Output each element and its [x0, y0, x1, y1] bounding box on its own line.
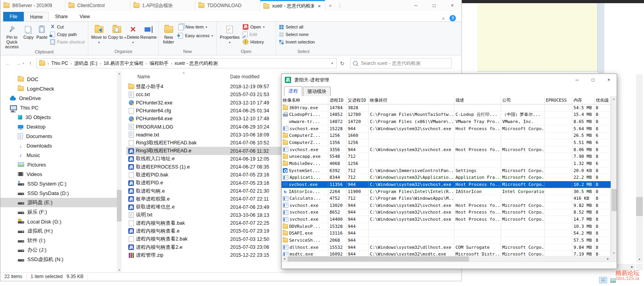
sidebar-item[interactable]: Documents: [0, 131, 117, 141]
sidebar-item[interactable]: OneDrive: [0, 93, 117, 103]
minimize-icon[interactable]: ─: [407, 1, 425, 10]
breadcrumb-item[interactable]: 源码盘 (E:): [72, 60, 99, 67]
process-column-header[interactable]: 父进程ID: [347, 96, 369, 104]
sidebar-item[interactable]: 软件 (I:): [0, 236, 117, 245]
column-header-name[interactable]: Name: [137, 74, 150, 80]
copy-to-button[interactable]: Copy to ▾: [108, 23, 126, 49]
process-vscrollbar[interactable]: ▲ ▼: [611, 96, 617, 256]
file-row[interactable]: 进程内核句柄查看2.bak2015-07-03 12:50: [126, 235, 282, 243]
search-input[interactable]: [360, 60, 449, 66]
file-row[interactable]: 说明.txt2013-10-06 18:13: [126, 211, 282, 219]
close-tab-icon[interactable]: ×: [317, 3, 322, 9]
scroll-left-icon[interactable]: ◀: [282, 256, 287, 262]
process-row[interactable]: svchost.exe8652944C:\Windows\system32\sv…: [282, 209, 611, 216]
process-column-header[interactable]: 描述: [454, 96, 501, 104]
explorer-tab[interactable]: TDDOWNLOAD: [195, 0, 260, 11]
breadcrumb[interactable]: › This PC›源码盘 (E:)›18.易语言中文编程›编程助手›xuetr…: [36, 58, 337, 68]
sidebar-scroll-thumb[interactable]: [117, 190, 122, 222]
minimize-icon[interactable]: ─: [569, 74, 585, 86]
breadcrumb-item[interactable]: 编程助手: [148, 60, 170, 67]
process-row[interactable]: svchost.exe3356944C:\Windows\system32\sv…: [282, 146, 611, 153]
process-vscroll-thumb[interactable]: [612, 189, 617, 211]
file-row[interactable]: 取线程入口地址.e2014-06-19 12:05: [126, 155, 282, 163]
sidebar-scrollbar[interactable]: ▲ ▼: [117, 71, 122, 273]
file-row[interactable]: ccc.txt2015-07-03 21:53: [126, 91, 282, 98]
collapse-ribbon-icon[interactable]: ∧: [442, 16, 445, 21]
file-row[interactable]: 取进程PID.e2014-07-05 23:16: [126, 179, 282, 187]
edit-button[interactable]: Edit: [243, 31, 265, 38]
process-row[interactable]: 360tray.exe14784382854.5 MB8: [282, 104, 611, 112]
scroll-up-icon[interactable]: ▲: [611, 96, 617, 102]
file-row[interactable]: 取进程句柄.e2014-07-02 21:30: [126, 187, 282, 195]
process-window-titlebar[interactable]: 易 萧阳天-进程管理 ─ □ ×: [282, 74, 617, 86]
select-all-button[interactable]: Select all: [279, 24, 315, 30]
copy-button[interactable]: Copy: [22, 23, 35, 49]
file-row[interactable]: PCHunter32.exe2013-12-10 17:49: [126, 99, 282, 107]
file-row[interactable]: PROGRAM.LOG2014-06-29 10:24: [126, 123, 282, 131]
process-row[interactable]: CLodopPri...1485212780C:\Program Files\M…: [282, 112, 611, 119]
sidebar-item[interactable]: This PC: [0, 103, 117, 112]
process-row[interactable]: dllhost.exe15532944C:\Windows\system32\d…: [282, 244, 611, 251]
ribbon-tab-home[interactable]: Home: [24, 12, 49, 21]
scroll-down-icon[interactable]: ▼: [611, 250, 617, 256]
process-row[interactable]: SystemSet...6392712C:\Windows\ImmersiveC…: [282, 167, 611, 174]
process-row[interactable]: Applicati...8344712C:\Windows\system32\A…: [282, 174, 611, 181]
sidebar-item[interactable]: 虚拟机 (H:): [0, 226, 117, 236]
delete-button[interactable]: × Delete▾: [126, 23, 140, 49]
file-row[interactable]: 进程管理.zip2015-12-22 23:15: [126, 251, 282, 259]
process-column-header[interactable]: 映像路径: [369, 96, 454, 104]
process-column-header[interactable]: 内存: [572, 96, 594, 104]
scroll-up-icon[interactable]: ▲: [117, 71, 122, 76]
move-to-button[interactable]: Move to ▾: [90, 23, 108, 49]
sidebar-item[interactable]: 办公 (J:): [0, 245, 117, 255]
process-column-header[interactable]: 公司: [501, 96, 545, 104]
process-column-header[interactable]: 映像名称: [282, 96, 328, 104]
process-row[interactable]: ComputerZ...1256166026.5 MB6: [282, 133, 611, 140]
process-column-header[interactable]: EPROCESS: [545, 96, 572, 104]
new-item-button[interactable]: New item▾: [178, 24, 213, 30]
process-tab[interactable]: 进程: [284, 86, 302, 96]
easy-access-button[interactable]: Easy access▾: [178, 32, 213, 39]
properties-button[interactable]: Properties▾: [218, 23, 241, 49]
explorer-tab[interactable]: ClientControl: [65, 0, 130, 11]
scroll-right-icon[interactable]: ▶: [605, 256, 611, 262]
rename-button[interactable]: Rename: [140, 23, 157, 49]
file-row[interactable]: 进程内核句柄查看2.e2015-07-03 23:06: [126, 243, 282, 251]
sidebar-item[interactable]: SSD虚拟机 (N:): [0, 255, 117, 264]
file-row[interactable]: 获取进程堆信息.e2014-07-06 23:49: [126, 203, 282, 211]
sidebar-item[interactable]: SSD SysData (D:): [0, 188, 117, 198]
process-row[interactable]: msdtc.exe16092944C:\Windows\system32\msd…: [282, 251, 611, 256]
background-vscroll-thumb[interactable]: [636, 197, 643, 216]
sidebar-item[interactable]: Music: [0, 150, 117, 160]
history-button[interactable]: History: [243, 39, 265, 45]
sidebar-item[interactable]: Local Disk (G:): [0, 217, 117, 226]
background-vscroll-track[interactable]: [636, 74, 643, 256]
sidebar-item[interactable]: 娱乐 (F:): [0, 207, 117, 217]
ribbon-tab-view[interactable]: View: [74, 12, 96, 21]
breadcrumb-item[interactable]: This PC: [50, 61, 70, 66]
process-row[interactable]: vmware-tr...1487214720C:\Program Files (…: [282, 118, 611, 125]
sidebar-item[interactable]: Videos: [0, 169, 117, 179]
pin-to-quick-access-button[interactable]: Pin to Quick access: [2, 23, 22, 49]
sidebar-item[interactable]: Pictures: [0, 160, 117, 169]
tab-menu-button[interactable]: ⋮: [335, 0, 344, 11]
process-row[interactable]: IAStorIco...226411900C:\Program Files\In…: [282, 188, 611, 195]
breadcrumb-item[interactable]: xuetr - 恶意代码检测: [173, 60, 219, 67]
up-icon[interactable]: ↑: [29, 60, 32, 66]
invert-selection-button[interactable]: Invert selection: [279, 39, 315, 45]
help-icon[interactable]: ?: [450, 15, 456, 21]
process-row[interactable]: DDVRulesP...1532894410.3 MB8: [282, 223, 611, 230]
forward-icon[interactable]: →: [15, 60, 21, 66]
sidebar-item[interactable]: 源码盘 (E:): [0, 198, 117, 207]
back-icon[interactable]: ←: [5, 60, 11, 66]
new-folder-button[interactable]: New folder: [160, 23, 177, 49]
copy-path-button[interactable]: Copy path: [50, 31, 85, 38]
close-icon[interactable]: ×: [443, 1, 461, 10]
breadcrumb-dropdown-icon[interactable]: ▾: [328, 61, 336, 65]
sidebar-item[interactable]: SSD System (C:): [0, 179, 117, 188]
process-row[interactable]: svchost.exe11356944C:\Windows\system32\s…: [282, 181, 611, 188]
file-row[interactable]: 取进程EPROCESS (1).e2014-06-27 08:35: [126, 163, 282, 171]
maximize-icon[interactable]: □: [585, 74, 601, 86]
explorer-tab[interactable]: 1.API综合模块: [130, 0, 195, 11]
background-scroll-down-icon[interactable]: ▼: [636, 256, 643, 263]
